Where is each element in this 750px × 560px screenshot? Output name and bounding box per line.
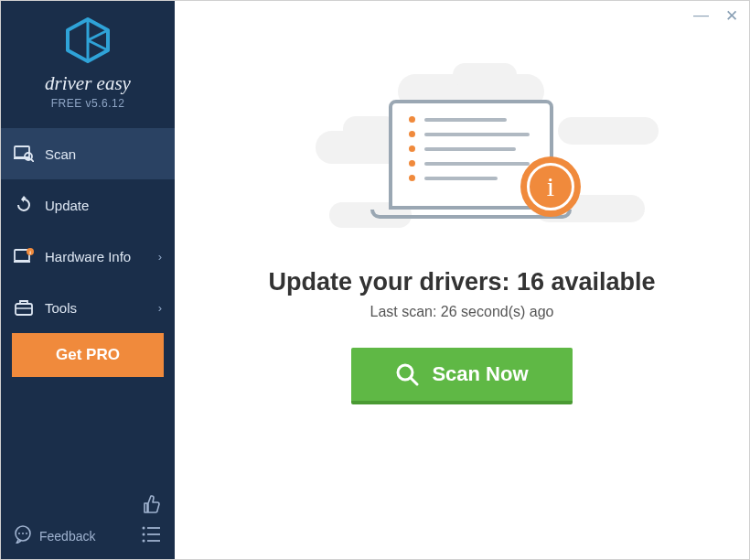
laptop-icon: i xyxy=(380,100,562,219)
nav-label: Update xyxy=(45,198,89,213)
last-scan-text: Last scan: 26 second(s) ago xyxy=(370,304,553,320)
sidebar: driver easy FREE v5.6.12 Scan Update i xyxy=(1,1,175,559)
nav-item-scan[interactable]: Scan xyxy=(1,128,175,179)
brand-name: driver easy xyxy=(1,72,175,95)
svg-point-12 xyxy=(22,533,24,534)
svg-rect-1 xyxy=(14,157,30,159)
thumbs-up-icon[interactable] xyxy=(142,494,162,518)
titlebar: — ✕ xyxy=(693,6,738,26)
search-icon xyxy=(395,362,419,386)
svg-rect-5 xyxy=(14,261,30,263)
app-window: driver easy FREE v5.6.12 Scan Update i xyxy=(0,0,750,560)
nav-item-hardware[interactable]: i Hardware Info › xyxy=(1,231,175,282)
logo-area: driver easy FREE v5.6.12 xyxy=(1,1,175,117)
scan-now-button[interactable]: Scan Now xyxy=(351,348,572,404)
get-pro-label: Get PRO xyxy=(56,346,120,363)
svg-point-18 xyxy=(143,540,145,543)
nav-label: Hardware Info xyxy=(45,249,131,264)
svg-rect-8 xyxy=(16,304,32,315)
hardware-icon: i xyxy=(14,246,34,266)
minimize-button[interactable]: — xyxy=(693,6,709,26)
illustration: i xyxy=(297,67,627,242)
svg-point-13 xyxy=(26,533,27,534)
nav: Scan Update i Hardware Info › Tools xyxy=(1,128,175,483)
feedback-label: Feedback xyxy=(39,529,95,544)
chevron-right-icon: › xyxy=(158,250,162,264)
nav-item-tools[interactable]: Tools › xyxy=(1,282,175,333)
svg-line-21 xyxy=(411,378,417,384)
svg-rect-0 xyxy=(15,146,29,157)
svg-point-11 xyxy=(18,533,20,534)
svg-point-14 xyxy=(143,527,145,530)
main-area: — ✕ i Update y xyxy=(175,1,749,559)
svg-line-3 xyxy=(31,159,34,162)
svg-point-16 xyxy=(143,533,145,536)
chevron-right-icon: › xyxy=(158,301,162,315)
scan-icon xyxy=(14,144,34,164)
feedback-button[interactable]: Feedback xyxy=(14,525,95,546)
get-pro-button[interactable]: Get PRO xyxy=(12,333,164,377)
info-badge-icon: i xyxy=(520,156,581,217)
list-icon[interactable] xyxy=(142,526,162,546)
nav-label: Tools xyxy=(45,300,77,316)
app-logo-icon xyxy=(62,17,113,67)
sidebar-footer: Feedback xyxy=(1,483,175,559)
nav-label: Scan xyxy=(45,146,76,162)
version-label: FREE v5.6.12 xyxy=(1,97,175,110)
headline: Update your drivers: 16 available xyxy=(268,268,655,296)
nav-item-update[interactable]: Update xyxy=(1,179,175,231)
close-button[interactable]: ✕ xyxy=(725,6,738,26)
update-icon xyxy=(14,195,34,215)
tools-icon xyxy=(14,297,34,318)
scan-button-label: Scan Now xyxy=(432,362,528,386)
chat-icon xyxy=(14,525,32,546)
